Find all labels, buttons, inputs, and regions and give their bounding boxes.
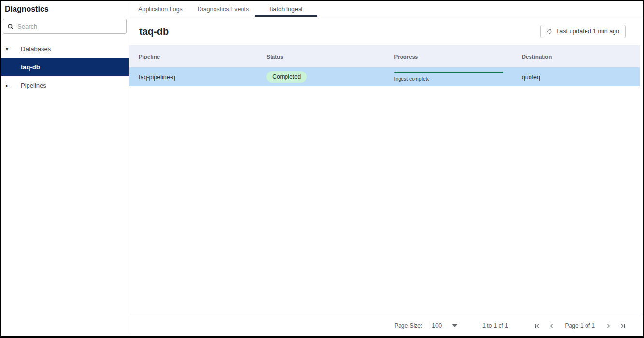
last-page-icon (619, 323, 627, 330)
sidebar-item-taq-db[interactable]: taq-db (1, 58, 129, 76)
table-header-row: Pipeline Status Progress Destination (129, 45, 640, 67)
chevron-right-icon (605, 323, 612, 330)
status-badge: Completed (266, 71, 307, 83)
chevron-down-icon (452, 324, 457, 327)
last-page-button[interactable] (617, 320, 629, 332)
first-page-button[interactable] (531, 320, 543, 332)
column-header-progress: Progress (385, 54, 512, 59)
sidebar-tree: ▾ Databases taq-db ▸ Pipelines (1, 38, 129, 92)
column-header-status: Status (257, 54, 384, 59)
page-size-label: Page Size: (394, 323, 422, 329)
sidebar-item-databases[interactable]: ▾ Databases (1, 42, 129, 56)
page-size-value: 100 (432, 323, 442, 329)
page-title: taq-db (139, 26, 540, 37)
pipeline-cell: taq-pipeline-q (139, 74, 175, 81)
next-page-button[interactable] (602, 320, 614, 332)
table-body-empty (129, 86, 640, 316)
page-size-group: Page Size: 100 (394, 323, 457, 329)
sidebar-item-label: Databases (21, 45, 51, 53)
main-panel: Application Logs Diagnostics Events Batc… (129, 1, 643, 336)
progress-bar-fill (394, 72, 503, 73)
sidebar-item-label: taq-db (21, 63, 40, 71)
prev-page-button[interactable] (546, 320, 558, 332)
search-box[interactable] (3, 19, 127, 34)
refresh-button-label: Last updated 1 min ago (556, 28, 619, 35)
sidebar: Diagnostics ▾ Databases taq-db ▸ Pipelin… (1, 1, 129, 336)
table-row[interactable]: taq-pipeline-q Completed Ingest complete… (129, 67, 640, 86)
tab-label: Application Logs (138, 6, 183, 13)
pagination-bar: Page Size: 100 1 to 1 of 1 (129, 316, 643, 336)
column-header-destination: Destination (512, 54, 640, 59)
tab-label: Batch Ingest (269, 6, 303, 13)
row-range-text: 1 to 1 of 1 (482, 323, 508, 329)
refresh-icon (546, 29, 553, 35)
sidebar-title: Diagnostics (1, 1, 129, 16)
chevron-left-icon (548, 323, 555, 330)
column-header-pipeline: Pipeline (129, 54, 257, 59)
first-page-icon (533, 323, 541, 330)
destination-cell: quoteq (522, 74, 540, 81)
sidebar-item-label: Pipelines (21, 82, 46, 89)
tab-bar: Application Logs Diagnostics Events Batc… (129, 1, 643, 17)
page-indicator-text: Page 1 of 1 (565, 323, 595, 329)
tab-label: Diagnostics Events (198, 6, 249, 13)
app-window: Diagnostics ▾ Databases taq-db ▸ Pipelin… (0, 0, 644, 338)
title-row: taq-db Last updated 1 min ago (129, 17, 643, 45)
pipelines-table: Pipeline Status Progress Destination taq… (129, 45, 640, 316)
chevron-down-icon[interactable]: ▾ (6, 46, 14, 52)
progress-label: Ingest complete (394, 76, 503, 82)
tab-diagnostics-events[interactable]: Diagnostics Events (192, 1, 255, 17)
progress-cell: Ingest complete (394, 72, 512, 82)
sidebar-item-pipelines[interactable]: ▸ Pipelines (1, 78, 129, 92)
tab-batch-ingest[interactable]: Batch Ingest (255, 1, 317, 17)
progress-bar (394, 72, 503, 73)
page-size-select[interactable]: 100 (432, 323, 457, 329)
chevron-right-icon[interactable]: ▸ (6, 83, 14, 88)
tab-application-logs[interactable]: Application Logs (129, 1, 192, 17)
pagination-nav: Page 1 of 1 (531, 320, 629, 332)
refresh-button[interactable]: Last updated 1 min ago (540, 25, 626, 38)
search-input[interactable] (17, 23, 122, 30)
search-icon (7, 23, 14, 30)
